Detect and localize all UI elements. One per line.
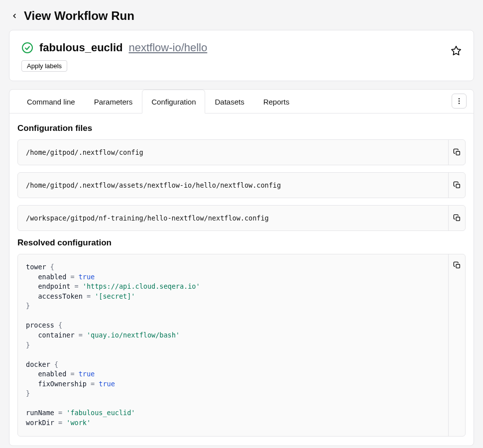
config-file-path: /home/gitpod/.nextflow/assets/nextflow-i… bbox=[18, 173, 448, 198]
star-button[interactable] bbox=[450, 44, 463, 57]
repo-link[interactable]: nextflow-io/hello bbox=[128, 41, 207, 54]
resolved-config-block: tower { enabled = true endpoint = 'https… bbox=[17, 254, 466, 437]
page-header: View Workflow Run bbox=[9, 9, 474, 23]
status-success-icon bbox=[21, 42, 33, 54]
apply-labels-button[interactable]: Apply labels bbox=[21, 60, 67, 72]
config-files-title: Configuration files bbox=[17, 123, 466, 133]
svg-point-4 bbox=[459, 103, 460, 104]
copy-button[interactable] bbox=[448, 140, 465, 165]
tab-parameters[interactable]: Parameters bbox=[85, 90, 142, 113]
run-summary-card: fabulous_euclid nextflow-io/hello Apply … bbox=[9, 30, 474, 81]
page-title: View Workflow Run bbox=[24, 9, 134, 23]
config-file-row: /home/gitpod/.nextflow/config bbox=[17, 139, 466, 165]
tab-reports[interactable]: Reports bbox=[254, 90, 299, 113]
tab-command-line[interactable]: Command line bbox=[17, 90, 85, 113]
svg-rect-8 bbox=[456, 264, 460, 268]
copy-button[interactable] bbox=[448, 173, 465, 198]
copy-button[interactable] bbox=[448, 254, 465, 436]
back-chevron-icon[interactable] bbox=[9, 10, 20, 21]
config-file-row: /home/gitpod/.nextflow/assets/nextflow-i… bbox=[17, 172, 466, 198]
svg-rect-5 bbox=[456, 151, 460, 155]
copy-button[interactable] bbox=[448, 206, 465, 230]
svg-point-2 bbox=[459, 98, 460, 99]
details-card: Command line Parameters Configuration Da… bbox=[9, 89, 474, 446]
config-file-path: /workspace/gitpod/nf-training/hello-next… bbox=[18, 206, 448, 230]
config-file-row: /workspace/gitpod/nf-training/hello-next… bbox=[17, 205, 466, 231]
svg-point-0 bbox=[22, 43, 32, 53]
svg-rect-7 bbox=[456, 217, 460, 221]
run-name: fabulous_euclid bbox=[39, 41, 122, 54]
tab-datasets[interactable]: Datasets bbox=[205, 90, 253, 113]
resolved-config-title: Resolved configuration bbox=[17, 238, 466, 248]
tab-body: Configuration files /home/gitpod/.nextfl… bbox=[9, 113, 474, 446]
resolved-config-code: tower { enabled = true endpoint = 'https… bbox=[18, 254, 448, 436]
tab-configuration[interactable]: Configuration bbox=[142, 90, 205, 113]
svg-point-3 bbox=[459, 101, 460, 102]
svg-rect-6 bbox=[456, 184, 460, 188]
config-file-path: /home/gitpod/.nextflow/config bbox=[18, 140, 448, 165]
tab-bar: Command line Parameters Configuration Da… bbox=[9, 90, 474, 113]
svg-marker-1 bbox=[452, 46, 461, 55]
more-actions-button[interactable] bbox=[452, 94, 467, 109]
